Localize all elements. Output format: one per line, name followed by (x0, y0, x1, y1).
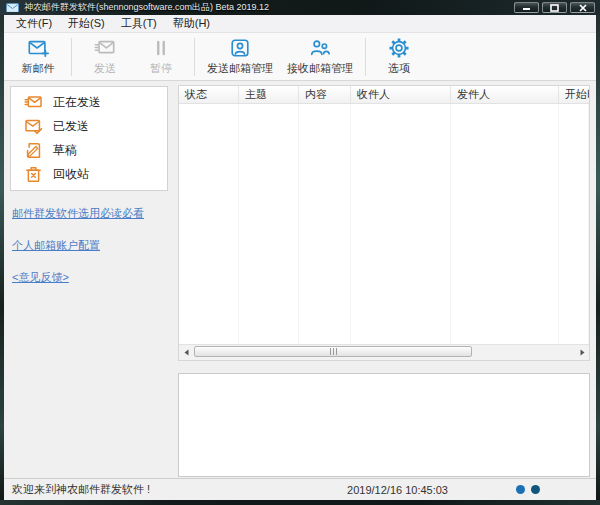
folder-list: 正在发送 已发送 草稿 (10, 86, 168, 191)
column-header-status[interactable]: 状态 (179, 86, 239, 103)
new-mail-icon (27, 37, 49, 59)
column-header-content[interactable]: 内容 (299, 86, 351, 103)
maximize-button[interactable] (542, 2, 567, 13)
menu-file[interactable]: 文件(F) (8, 15, 60, 32)
column-header-sender[interactable]: 发件人 (451, 86, 559, 103)
folder-drafts[interactable]: 草稿 (11, 139, 167, 163)
folder-recycle-bin-label: 回收站 (53, 166, 89, 183)
scroll-right-arrow-icon[interactable] (575, 345, 589, 360)
status-indicator-icon (516, 485, 525, 494)
options-button[interactable]: 选项 (371, 35, 427, 78)
status-datetime: 2019/12/16 10:45:03 (347, 484, 448, 496)
scroll-left-arrow-icon[interactable] (179, 345, 193, 360)
toolbar-separator (71, 38, 72, 76)
menu-start[interactable]: 开始(S) (60, 15, 113, 32)
status-message: 欢迎来到神农邮件群发软件 ! (12, 482, 347, 497)
draft-icon (24, 141, 43, 160)
menubar: 文件(F) 开始(S) 工具(T) 帮助(H) (4, 15, 596, 33)
receive-mailbox-manage-icon (309, 37, 331, 59)
link-feedback[interactable]: <意见反馈> (12, 270, 69, 285)
folder-sending[interactable]: 正在发送 (11, 91, 167, 115)
app-window: 神农邮件群发软件(shennongsoftware.com出品) Beta 20… (0, 0, 600, 505)
window-frame-right (596, 15, 600, 500)
send-button[interactable]: 发送 (77, 35, 133, 78)
horizontal-scrollbar[interactable] (179, 344, 589, 360)
send-label: 发送 (94, 61, 116, 76)
pause-button[interactable]: 暂停 (133, 35, 189, 78)
sent-mail-icon (24, 117, 43, 136)
sender-mailbox-manage-icon (229, 37, 251, 59)
column-header-subject[interactable]: 主题 (239, 86, 299, 103)
folder-sending-label: 正在发送 (53, 94, 101, 111)
statusbar: 欢迎来到神农邮件群发软件 ! 2019/12/16 10:45:03 (4, 478, 596, 500)
mail-list-table: 状态 主题 内容 收件人 发件人 开始时间 (178, 85, 590, 361)
folder-sent-label: 已发送 (53, 118, 89, 135)
sending-mail-icon (24, 93, 43, 112)
minimize-button[interactable] (514, 2, 539, 13)
titlebar: 神农邮件群发软件(shennongsoftware.com出品) Beta 20… (0, 0, 600, 15)
folder-drafts-label: 草稿 (53, 142, 77, 159)
new-mail-label: 新邮件 (22, 61, 55, 76)
window-title: 神农邮件群发软件(shennongsoftware.com出品) Beta 20… (24, 1, 514, 14)
window-frame-bottom (0, 500, 600, 505)
pause-icon (150, 37, 172, 59)
folder-recycle-bin[interactable]: 回收站 (11, 162, 167, 186)
sender-mailbox-manage-button[interactable]: 发送邮箱管理 (200, 35, 280, 78)
send-icon (94, 37, 116, 59)
folder-sent[interactable]: 已发送 (11, 115, 167, 139)
link-personal-mailbox-config[interactable]: 个人邮箱账户配置 (12, 238, 100, 253)
toolbar-separator (365, 38, 366, 76)
app-logo-mail-icon (6, 3, 19, 13)
main-area: 正在发送 已发送 草稿 (4, 81, 596, 478)
sender-mailbox-manage-label: 发送邮箱管理 (207, 61, 273, 76)
close-button[interactable] (570, 2, 595, 13)
status-indicators (516, 485, 540, 494)
column-header-start-time[interactable]: 开始时间 (559, 86, 589, 103)
menu-help[interactable]: 帮助(H) (165, 15, 218, 32)
receive-mailbox-manage-button[interactable]: 接收邮箱管理 (280, 35, 360, 78)
toolbar: 新邮件 发送 暂停 发送邮箱管理 (4, 33, 596, 81)
toolbar-separator (194, 38, 195, 76)
pause-label: 暂停 (150, 61, 172, 76)
table-body-empty[interactable] (179, 104, 589, 344)
receive-mailbox-manage-label: 接收邮箱管理 (287, 61, 353, 76)
client-area: 文件(F) 开始(S) 工具(T) 帮助(H) 新邮件 发送 (4, 15, 596, 500)
recycle-bin-icon (24, 165, 43, 184)
table-header-row: 状态 主题 内容 收件人 发件人 开始时间 (179, 86, 589, 104)
link-must-read-guide[interactable]: 邮件群发软件选用必读必看 (12, 206, 144, 221)
scrollbar-thumb[interactable] (194, 346, 472, 357)
new-mail-button[interactable]: 新邮件 (10, 35, 66, 78)
column-header-recipient[interactable]: 收件人 (351, 86, 451, 103)
options-label: 选项 (388, 61, 410, 76)
menu-tools[interactable]: 工具(T) (113, 15, 165, 32)
status-indicator-icon (531, 485, 540, 494)
options-gear-icon (388, 37, 410, 59)
log-panel[interactable] (178, 373, 590, 477)
